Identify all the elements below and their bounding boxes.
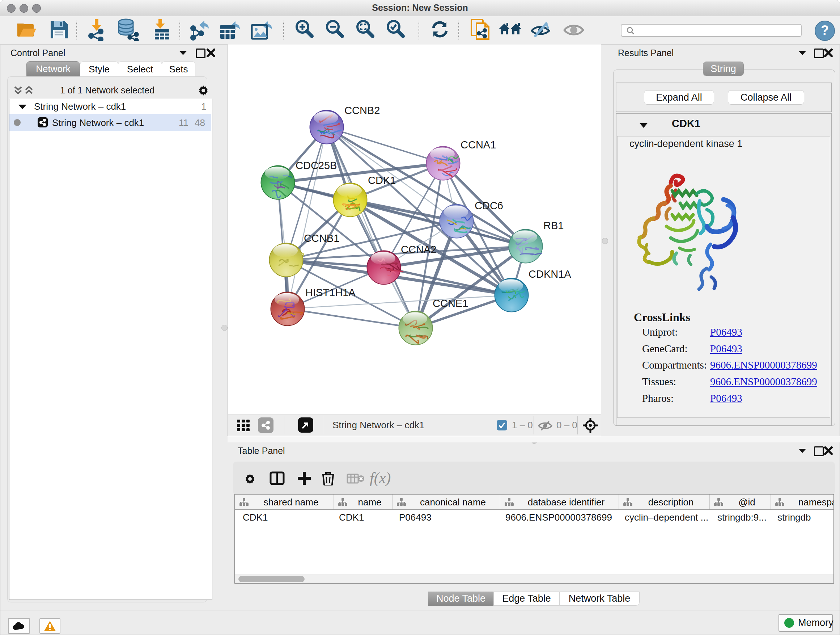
svg-text:CCNA2: CCNA2 xyxy=(401,244,436,255)
svg-text:HIST1H1A: HIST1H1A xyxy=(305,287,355,298)
svg-text:CDC6: CDC6 xyxy=(475,200,503,211)
svg-text:CCNB2: CCNB2 xyxy=(344,105,380,116)
svg-text:CDK1: CDK1 xyxy=(368,174,396,186)
svg-text:CCNB1: CCNB1 xyxy=(304,233,339,244)
svg-text:CDKN1A: CDKN1A xyxy=(529,268,571,280)
svg-text:RB1: RB1 xyxy=(543,220,564,231)
svg-text:CDC25B: CDC25B xyxy=(295,160,337,171)
svg-text:CCNA1: CCNA1 xyxy=(461,139,496,150)
svg-text:CCNE1: CCNE1 xyxy=(433,298,468,309)
